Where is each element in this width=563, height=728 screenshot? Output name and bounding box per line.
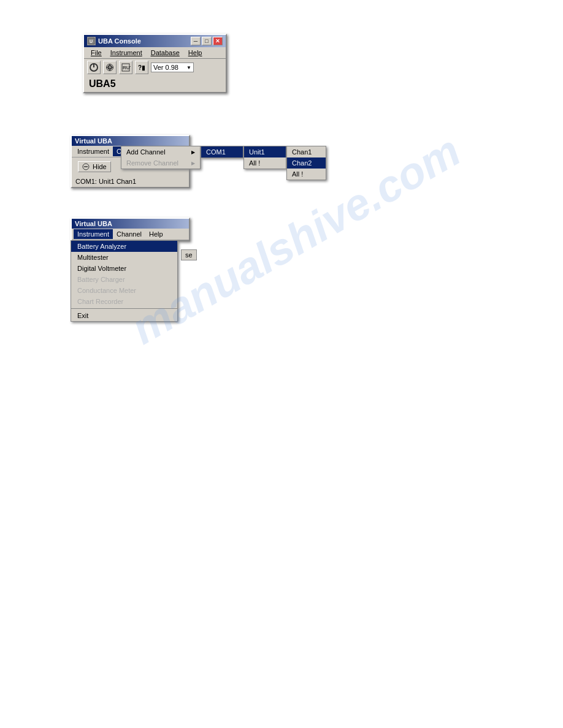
title-bar-buttons: ─ □ ✕ <box>191 37 223 45</box>
virtual-uba-2-window: Virtual UBA Instrument Channel Help <box>71 218 190 241</box>
unit1-all-item[interactable]: All ! <box>244 157 286 169</box>
conductance-meter-item: Conductance Meter <box>71 285 177 296</box>
version-label: Ver 0.98 <box>153 64 178 71</box>
com1-item[interactable]: COM1 <box>201 146 243 157</box>
vuba2-menu-instrument[interactable]: Instrument <box>74 229 113 239</box>
help-button[interactable]: ?▮ <box>135 61 148 74</box>
instrument-dropdown: Battery Analyzer Multitester Digital Vol… <box>71 240 178 322</box>
remove-channel-arrow: ▶ <box>191 161 195 166</box>
uba-console-window: U UBA Console ─ □ ✕ File Instrument Data… <box>83 34 227 93</box>
menu-database[interactable]: Database <box>147 48 183 57</box>
add-channel-label: Add Channel <box>126 148 166 156</box>
svg-text:⚙: ⚙ <box>107 64 112 70</box>
battery-charger-item: Battery Charger <box>71 274 177 285</box>
add-channel-arrow: ▶ <box>191 150 195 155</box>
instrument-separator <box>71 308 177 309</box>
menu-instrument[interactable]: Instrument <box>107 48 146 57</box>
update-button[interactable]: RUT <box>119 61 132 74</box>
device-name: UBA5 <box>84 76 226 92</box>
vuba1-title-bar: Virtual UBA <box>72 136 189 146</box>
unit1-submenu: Unit1 All ! <box>243 146 286 169</box>
chan1-item[interactable]: Chan1 <box>287 146 326 157</box>
com1-submenu: COM1 <box>201 146 243 158</box>
console-menu-bar: File Instrument Database Help <box>84 47 226 59</box>
hide-button[interactable]: Hide <box>78 161 111 172</box>
remove-channel-label: Remove Channel <box>126 159 178 167</box>
close-button[interactable]: ✕ <box>213 37 223 45</box>
maximize-button[interactable]: □ <box>202 37 212 45</box>
chan-submenu: Chan1 Chan2 All ! <box>286 146 326 180</box>
vuba2-menu-channel[interactable]: Channel <box>113 229 145 239</box>
digital-voltmeter-item[interactable]: Digital Voltmeter <box>71 263 177 274</box>
power-button[interactable] <box>87 61 101 74</box>
vuba2-menu-help[interactable]: Help <box>145 229 167 239</box>
exit-item[interactable]: Exit <box>71 310 177 321</box>
title-bar: U UBA Console ─ □ ✕ <box>84 35 226 47</box>
uba-icon: U <box>87 37 96 45</box>
hide-button-label: Hide <box>93 163 107 170</box>
battery-analyzer-item[interactable]: Battery Analyzer <box>71 241 177 252</box>
se-button[interactable]: se <box>181 249 197 260</box>
multitester-item[interactable]: Multitester <box>71 252 177 263</box>
vuba2-menu-bar: Instrument Channel Help <box>72 229 189 240</box>
menu-help[interactable]: Help <box>185 48 206 57</box>
version-dropdown[interactable]: Ver 0.98 ▼ <box>151 63 194 72</box>
remove-channel-item: Remove Channel ▶ <box>121 157 200 169</box>
vuba1-menu-instrument[interactable]: Instrument <box>74 146 113 156</box>
chan-all-item[interactable]: All ! <box>287 169 326 180</box>
toolbar: ⚙ RUT ?▮ Ver 0.98 ▼ <box>84 59 226 76</box>
add-channel-item[interactable]: Add Channel ▶ <box>121 146 200 157</box>
menu-file[interactable]: File <box>87 48 105 57</box>
vuba2-title-bar: Virtual UBA <box>72 219 189 229</box>
svg-text:U: U <box>90 39 93 44</box>
channel-dropdown: Add Channel ▶ Remove Channel ▶ <box>121 146 201 169</box>
console-title: UBA Console <box>98 37 141 45</box>
chan2-item[interactable]: Chan2 <box>287 157 326 169</box>
svg-text:RUT: RUT <box>123 65 131 70</box>
settings-button[interactable]: ⚙ <box>103 61 117 74</box>
vuba1-status: COM1: Unit1 Chan1 <box>72 176 189 187</box>
version-dropdown-arrow: ▼ <box>186 65 191 70</box>
unit1-item[interactable]: Unit1 <box>244 146 286 157</box>
title-bar-left: U UBA Console <box>87 37 141 45</box>
minimize-button[interactable]: ─ <box>191 37 201 45</box>
chart-recorder-item: Chart Recorder <box>71 296 177 307</box>
